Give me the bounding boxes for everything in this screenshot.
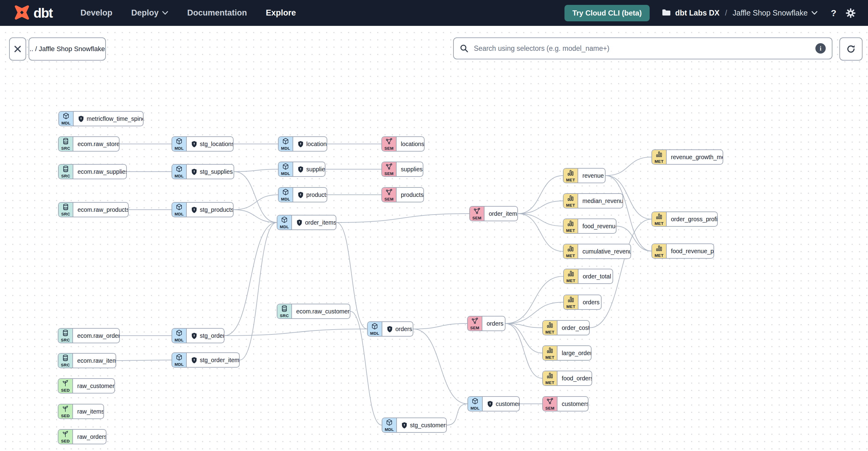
graph-node-mdl_supplies[interactable]: MDLsupplies: [278, 161, 326, 177]
graph-node-met_large_order[interactable]: METlarge_order: [542, 345, 592, 361]
nav-item-documentation[interactable]: Documentation: [187, 8, 247, 18]
graph-node-met_median_revenue[interactable]: METmedian_revenue: [563, 193, 623, 208]
graph-node-stg_supplies[interactable]: MDLstg_supplies: [172, 164, 234, 179]
graph-breadcrumb[interactable]: .. / Jaffle Shop Snowflake: [29, 37, 106, 61]
node-type-badge: SEM: [382, 162, 397, 176]
graph-node-sem_supplies[interactable]: SEMsupplies: [381, 161, 423, 177]
nav-item-explore[interactable]: Explore: [266, 8, 296, 18]
node-type-badge: MDL: [277, 215, 292, 230]
shield-icon: [401, 422, 407, 429]
graph-node-mdl_order_items[interactable]: MDLorder_items: [277, 215, 336, 230]
node-type-label: SRC: [61, 363, 70, 367]
graph-node-src_raw_orders[interactable]: SRCecom.raw_orders: [58, 328, 120, 343]
graph-node-mdl_locations[interactable]: MDLlocations: [278, 136, 327, 152]
help-icon[interactable]: ?: [831, 8, 836, 18]
graph-node-met_cumulative_revenue[interactable]: METcumulative_revenue: [563, 244, 631, 259]
graph-node-sem_products[interactable]: SEMproducts: [381, 187, 424, 202]
node-label: cumulative_revenue: [578, 244, 630, 259]
node-type-label: MDL: [280, 225, 289, 229]
node-type-badge: MDL: [172, 164, 187, 179]
graph-node-metricflow_time_spine[interactable]: MDLmetricflow_time_spine: [58, 111, 144, 126]
graph-node-src_raw_customers[interactable]: SRCecom.raw_customers: [277, 304, 350, 319]
node-type-badge: MET: [564, 219, 578, 233]
graph-node-stg_orders[interactable]: MDLstg_orders: [172, 328, 224, 343]
node-label: order_items: [292, 215, 336, 230]
dbt-logo-icon: [14, 5, 30, 22]
graph-node-sem_customers[interactable]: SEMcustomers: [542, 396, 589, 412]
node-type-badge: MET: [564, 244, 578, 259]
lineage-edge: [518, 201, 563, 214]
graph-node-stg_products[interactable]: MDLstg_products: [172, 202, 234, 217]
graph-node-sed_raw_orders[interactable]: SEDraw_orders: [58, 429, 106, 444]
info-icon[interactable]: i: [815, 43, 826, 54]
graph-node-met_food_orders[interactable]: METfood_orders: [542, 371, 592, 386]
model-icon: [176, 138, 183, 146]
graph-node-sem_locations[interactable]: SEMlocations: [381, 136, 425, 152]
seed-icon: [62, 405, 69, 414]
graph-node-sem_order_item[interactable]: SEMorder_item: [469, 206, 518, 221]
graph-node-src_raw_supplies[interactable]: SRCecom.raw_supplies: [58, 164, 127, 179]
graph-node-src_raw_products[interactable]: SRCecom.raw_products: [58, 202, 129, 217]
graph-node-met_revenue_growth_mom[interactable]: METrevenue_growth_mom: [651, 149, 723, 164]
semantic-icon: [546, 397, 554, 406]
try-cloud-cli-button[interactable]: Try Cloud CLI (beta): [564, 5, 650, 21]
graph-node-met_food_revenue_pct[interactable]: METfood_revenue_pct: [651, 243, 714, 259]
graph-node-mdl_customers[interactable]: MDLcustomers: [467, 396, 520, 412]
graph-node-met_order_cost[interactable]: METorder_cost: [542, 320, 590, 335]
node-label: stg_order_items: [187, 353, 239, 367]
dbt-cloud-app: dbt Develop Deploy Documentation Explore…: [0, 0, 868, 451]
node-label: revenue_growth_mom: [666, 150, 723, 164]
graph-node-sem_orders[interactable]: SEMorders: [467, 316, 505, 331]
graph-node-met_order_total[interactable]: METorder_total: [563, 269, 613, 284]
lineage-canvas[interactable]: .. / Jaffle Shop Snowflake i MDLmetricfl…: [0, 26, 868, 451]
node-type-badge: MDL: [172, 203, 187, 217]
node-type-badge: MET: [543, 321, 557, 335]
metric-icon: [567, 194, 574, 203]
node-label: large_order: [557, 346, 591, 360]
graph-node-mdl_orders[interactable]: MDLorders: [367, 321, 413, 337]
lineage-edge: [336, 214, 469, 222]
graph-node-sed_raw_customers[interactable]: SEDraw_customers: [58, 378, 115, 393]
graph-node-met_food_revenue[interactable]: METfood_revenue: [563, 218, 617, 234]
search-input[interactable]: [473, 44, 810, 53]
shield-icon: [298, 141, 304, 148]
graph-node-stg_locations[interactable]: MDLstg_locations: [172, 136, 234, 152]
model-icon: [176, 203, 183, 212]
nav-item-develop[interactable]: Develop: [80, 8, 112, 18]
shield-icon: [191, 141, 197, 148]
model-icon: [282, 138, 289, 146]
source-icon: [62, 203, 69, 212]
semantic-icon: [473, 207, 480, 216]
account-name[interactable]: dbt Labs DX: [675, 8, 720, 17]
graph-node-stg_customers[interactable]: MDLstg_customers: [382, 418, 447, 433]
refresh-button[interactable]: [839, 37, 863, 61]
nav-item-deploy[interactable]: Deploy: [131, 8, 168, 18]
graph-node-src_raw_stores[interactable]: SRCecom.raw_stores: [58, 136, 120, 152]
node-type-badge: MET: [564, 169, 578, 183]
node-type-label: SRC: [61, 146, 70, 151]
node-type-badge: MDL: [279, 188, 293, 202]
graph-node-mdl_products[interactable]: MDLproducts: [278, 187, 327, 202]
graph-node-stg_order_items[interactable]: MDLstg_order_items: [172, 352, 240, 368]
metric-icon: [655, 245, 663, 253]
gear-icon[interactable]: [845, 8, 856, 18]
semantic-icon: [385, 163, 393, 171]
node-type-label: MET: [566, 229, 575, 233]
graph-node-met_orders[interactable]: METorders: [563, 295, 601, 310]
node-label: stg_customers: [397, 418, 446, 432]
node-type-badge: MDL: [468, 397, 483, 411]
semantic-icon: [385, 188, 393, 197]
graph-node-met_order_gross_profit[interactable]: METorder_gross_profit: [651, 211, 718, 227]
node-type-badge: SRC: [58, 354, 73, 368]
dbt-logo[interactable]: dbt: [14, 5, 52, 22]
node-label: order_gross_profit: [666, 212, 717, 226]
graph-node-met_revenue[interactable]: METrevenue: [563, 168, 606, 183]
node-type-label: MDL: [281, 146, 290, 151]
graph-node-sed_raw_items[interactable]: SEDraw_items: [58, 404, 104, 419]
semantic-icon: [385, 138, 393, 146]
shield-icon: [298, 166, 304, 173]
project-selector[interactable]: Jaffle Shop Snowflake: [733, 8, 817, 17]
close-button[interactable]: [9, 37, 26, 61]
node-label: customers: [483, 397, 519, 411]
graph-node-src_raw_items[interactable]: SRCecom.raw_items: [58, 353, 116, 368]
